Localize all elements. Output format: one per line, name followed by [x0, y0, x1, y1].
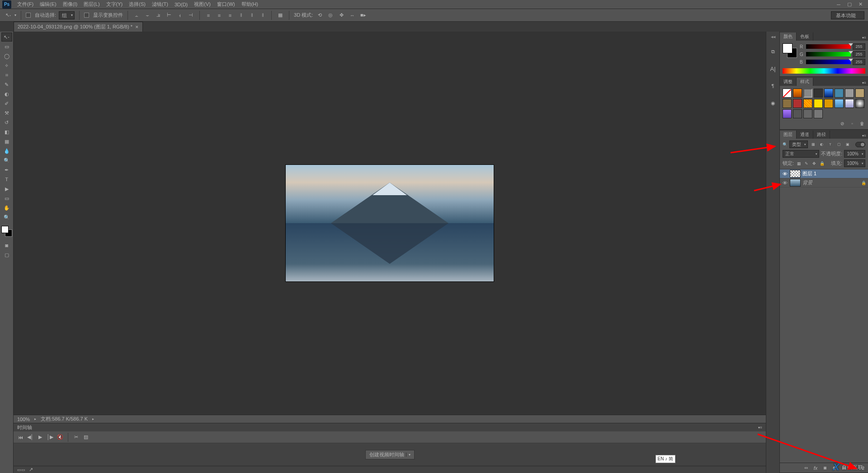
layer-visibility-icon[interactable]: 👁 — [782, 171, 788, 177]
layer-name[interactable]: 图层 1 — [802, 170, 816, 177]
type-tool[interactable]: T — [1, 175, 12, 184]
canvas-viewport[interactable] — [14, 32, 766, 415]
create-timeline-button[interactable]: 创建视频时间轴 ▾ — [365, 450, 415, 459]
menu-edit[interactable]: 编辑(E) — [37, 0, 60, 9]
align-top-icon[interactable]: ⫠ — [132, 11, 141, 19]
new-style-icon[interactable]: ▫ — [849, 120, 855, 126]
lock-position-icon[interactable]: ✥ — [811, 160, 817, 167]
style-swatch[interactable] — [824, 89, 833, 98]
zoom-level[interactable]: 100% — [17, 417, 30, 422]
g-value[interactable]: 255 — [853, 51, 865, 57]
delete-style-icon[interactable]: 🗑 — [859, 120, 865, 126]
color-panel-menu-icon[interactable]: ▾≡ — [860, 35, 868, 41]
auto-align-icon[interactable]: ▦ — [276, 11, 284, 19]
style-swatch[interactable] — [803, 99, 812, 108]
tl-transition-icon[interactable]: ▨ — [82, 433, 90, 441]
style-swatch[interactable] — [855, 99, 864, 108]
style-swatch[interactable] — [835, 99, 844, 108]
style-swatch[interactable] — [783, 109, 792, 118]
style-swatch[interactable] — [803, 89, 812, 98]
layer-name[interactable]: 背景 — [802, 179, 812, 186]
blend-mode-dropdown[interactable]: 正常 — [783, 150, 819, 158]
info-dropdown-icon[interactable]: ▸ — [92, 417, 94, 421]
style-swatch[interactable] — [814, 99, 823, 108]
menu-view[interactable]: 视图(V) — [191, 0, 214, 9]
style-swatch[interactable] — [793, 89, 802, 98]
style-swatch[interactable] — [783, 99, 792, 108]
menu-select[interactable]: 选择(S) — [126, 0, 149, 9]
eraser-tool[interactable]: ◧ — [1, 127, 12, 136]
auto-select-checkbox[interactable] — [26, 13, 31, 18]
lock-transparency-icon[interactable]: ▦ — [796, 160, 802, 167]
style-swatch[interactable] — [824, 99, 833, 108]
b-value[interactable]: 255 — [853, 59, 865, 65]
move-tool[interactable]: ↖+ — [1, 33, 12, 42]
style-swatch[interactable] — [814, 109, 823, 118]
show-transform-checkbox[interactable] — [84, 13, 89, 18]
eyedropper-tool[interactable]: ✎ — [1, 80, 12, 89]
style-swatch[interactable] — [845, 99, 854, 108]
3d-orbit-icon[interactable]: ⟲ — [316, 11, 324, 19]
screen-mode-tool[interactable]: ▢ — [1, 250, 12, 259]
distribute-vcenter-icon[interactable]: ≡ — [215, 11, 223, 19]
layer-thumbnail[interactable] — [790, 179, 801, 187]
dodge-tool[interactable]: 🔍 — [1, 156, 12, 165]
3d-roll-icon[interactable]: ◎ — [326, 11, 335, 19]
tl-audio-icon[interactable]: 🔇 — [56, 433, 64, 441]
layer-row[interactable]: 👁 背景 🔒 — [780, 178, 868, 187]
distribute-bottom-icon[interactable]: ≡ — [226, 11, 234, 19]
filter-type-icon[interactable]: T — [827, 141, 834, 148]
style-swatch[interactable] — [845, 89, 854, 98]
layer-thumbnail[interactable] — [790, 170, 801, 178]
style-swatch[interactable] — [793, 99, 802, 108]
menu-filter[interactable]: 滤镜(T) — [149, 0, 171, 9]
filter-toggle[interactable] — [855, 142, 865, 147]
layer-filter-type-dropdown[interactable]: 类型 — [789, 140, 808, 148]
style-swatch[interactable] — [855, 89, 864, 98]
lasso-tool[interactable]: ◯ — [1, 52, 12, 61]
color-swatch[interactable] — [1, 226, 12, 237]
maximize-button[interactable]: ▢ — [846, 1, 853, 8]
fill-value[interactable]: 100% — [844, 159, 865, 167]
properties-panel-icon[interactable]: ◉ — [769, 98, 778, 108]
path-select-tool[interactable]: ▶ — [1, 184, 12, 193]
close-button[interactable]: ✕ — [857, 1, 864, 8]
align-bottom-icon[interactable]: ⫡ — [154, 11, 162, 19]
align-right-icon[interactable]: ⊣ — [187, 11, 195, 19]
tl-first-frame-icon[interactable]: ⏮ — [16, 433, 24, 441]
foreground-color[interactable] — [1, 226, 9, 233]
shape-tool[interactable]: ▭ — [1, 194, 12, 203]
layer-style-icon[interactable]: fx — [812, 465, 819, 471]
swatches-tab[interactable]: 色板 — [797, 33, 813, 41]
brush-tool[interactable]: ✐ — [1, 99, 12, 108]
3d-pan-icon[interactable]: ✥ — [337, 11, 345, 19]
document-tab[interactable]: 2022-10-04_093128.png @ 100% (图层 1, RGB/… — [14, 22, 143, 32]
style-swatch[interactable] — [803, 109, 812, 118]
share-icon[interactable]: ↗ — [29, 467, 33, 473]
color-tab[interactable]: 颜色 — [780, 33, 797, 41]
distribute-hcenter-icon[interactable]: ⦀ — [248, 11, 256, 19]
menu-3d[interactable]: 3D(D) — [171, 1, 191, 8]
marquee-tool[interactable]: ▭ — [1, 42, 12, 51]
magic-wand-tool[interactable]: ✧ — [1, 61, 12, 70]
channels-tab[interactable]: 通道 — [797, 131, 813, 139]
tl-play-icon[interactable]: ▶ — [36, 433, 44, 441]
layers-tab[interactable]: 图层 — [780, 131, 797, 139]
lock-pixels-icon[interactable]: ✎ — [803, 160, 810, 167]
link-layers-icon[interactable]: ⇔ — [803, 465, 809, 471]
no-style-icon[interactable]: ⊘ — [839, 120, 845, 126]
blur-tool[interactable]: 💧 — [1, 146, 12, 155]
align-vcenter-icon[interactable]: ⫟ — [143, 11, 151, 19]
layer-row[interactable]: 👁 图层 1 — [780, 169, 868, 178]
filter-shape-icon[interactable]: ▢ — [835, 141, 842, 148]
crop-tool[interactable]: ⌗ — [1, 70, 12, 80]
styles-tab[interactable]: 样式 — [797, 78, 813, 86]
layer-mask-icon[interactable]: ◙ — [822, 465, 828, 471]
b-slider[interactable] — [806, 60, 851, 64]
distribute-top-icon[interactable]: ≡ — [204, 11, 212, 19]
r-value[interactable]: 255 — [853, 43, 865, 50]
color-panel-swatch[interactable] — [783, 43, 797, 58]
zoom-dropdown-icon[interactable]: ▸ — [34, 417, 36, 421]
filter-smart-icon[interactable]: ▣ — [844, 141, 851, 148]
style-none[interactable] — [783, 89, 792, 98]
